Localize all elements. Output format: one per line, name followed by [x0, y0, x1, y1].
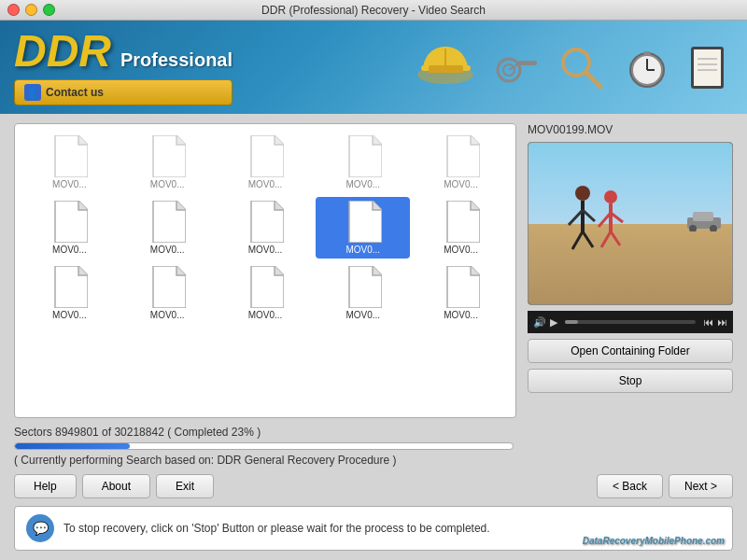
- preview-panel: MOV00199.MOV: [528, 123, 733, 418]
- list-item[interactable]: MOV0...: [218, 132, 313, 193]
- svg-point-25: [575, 186, 590, 201]
- file-label: MOV0...: [248, 245, 283, 255]
- content-area: MOV0... MOV0... MOV0...: [14, 123, 733, 418]
- file-grid-container: MOV0... MOV0... MOV0...: [14, 123, 516, 418]
- list-item[interactable]: MOV0...: [22, 132, 117, 193]
- list-item[interactable]: MOV0...: [218, 262, 313, 324]
- file-icon: [50, 135, 88, 177]
- runners-svg: [559, 180, 643, 264]
- file-icon: [443, 201, 480, 243]
- svg-line-8: [585, 72, 600, 87]
- notebook-icon: [686, 42, 728, 93]
- video-progress-bar[interactable]: [565, 320, 696, 324]
- svg-rect-13: [643, 51, 651, 55]
- stopwatch-icon: [621, 42, 672, 93]
- volume-icon[interactable]: 🔊: [533, 316, 546, 329]
- svg-line-23: [601, 231, 611, 247]
- watermark: DataRecoveryMobilePhone.com: [583, 536, 725, 546]
- list-item[interactable]: MOV0...: [22, 262, 117, 324]
- file-icon: [443, 135, 480, 177]
- file-label: MOV0...: [248, 179, 283, 189]
- close-button[interactable]: [7, 4, 20, 16]
- info-icon: 💬: [26, 514, 54, 542]
- list-item[interactable]: MOV0...: [120, 132, 215, 193]
- header: DDR Professional 👤 Contact us: [0, 21, 747, 114]
- contact-us-button[interactable]: 👤 Contact us: [14, 79, 233, 105]
- file-icon: [345, 201, 382, 243]
- svg-rect-32: [693, 212, 713, 221]
- back-button[interactable]: < Back: [597, 474, 663, 498]
- play-icon[interactable]: ▶: [550, 316, 557, 329]
- car-svg: [685, 208, 723, 231]
- stop-button[interactable]: Stop: [528, 369, 733, 393]
- progress-section: Sectors 8949801 of 30218842 ( Completed …: [14, 426, 733, 467]
- next-button[interactable]: Next >: [669, 474, 733, 498]
- search-info-label: ( Currently performing Search based on: …: [14, 454, 733, 467]
- bottom-buttons: Help About Exit < Back Next >: [14, 474, 733, 498]
- logo-area: DDR Professional 👤 Contact us: [14, 29, 233, 105]
- file-icon: [345, 135, 382, 177]
- fastforward-icon[interactable]: ⏭: [717, 316, 727, 328]
- svg-line-29: [572, 231, 583, 249]
- svg-line-27: [569, 210, 583, 225]
- tools-icon: [490, 42, 542, 93]
- list-item[interactable]: MOV0...: [120, 197, 215, 259]
- video-controls: 🔊 ▶ ⏮ ⏭: [528, 311, 733, 333]
- file-icon: [443, 266, 480, 308]
- file-icon: [247, 135, 284, 177]
- file-label: MOV0...: [52, 245, 87, 255]
- list-item[interactable]: MOV0...: [22, 197, 117, 259]
- video-progress-fill: [565, 320, 578, 324]
- runner-scene: [529, 143, 732, 304]
- main-content: MOV0... MOV0... MOV0...: [0, 114, 747, 560]
- preview-filename: MOV00199.MOV: [528, 123, 733, 136]
- file-grid: MOV0... MOV0... MOV0...: [22, 132, 508, 324]
- file-label: MOV0...: [52, 310, 87, 320]
- file-icon: [247, 201, 284, 243]
- list-item[interactable]: MOV0...: [414, 132, 508, 193]
- video-preview: [528, 142, 733, 305]
- file-label: MOV0...: [52, 179, 87, 189]
- logo-professional: Professional: [120, 49, 233, 71]
- progress-bar-container: [14, 442, 514, 450]
- svg-rect-2: [429, 65, 463, 73]
- file-label: MOV0...: [248, 310, 283, 320]
- file-label: MOV0...: [150, 310, 185, 320]
- file-label: MOV0...: [150, 245, 185, 255]
- list-item[interactable]: MOV0...: [316, 262, 410, 324]
- list-item[interactable]: MOV0...: [414, 262, 508, 324]
- list-item[interactable]: MOV0...: [316, 132, 410, 193]
- minimize-button[interactable]: [25, 4, 37, 16]
- file-label: MOV0...: [444, 179, 478, 189]
- list-item[interactable]: MOV0...: [414, 197, 508, 259]
- open-containing-folder-button[interactable]: Open Containing Folder: [528, 339, 733, 363]
- file-icon: [247, 266, 284, 308]
- header-icons: [416, 21, 747, 114]
- info-bar: 💬 To stop recovery, click on 'Stop' Butt…: [14, 506, 733, 551]
- maximize-button[interactable]: [43, 4, 55, 16]
- contact-icon: 👤: [24, 84, 41, 101]
- svg-rect-5: [518, 61, 537, 65]
- file-icon: [50, 266, 88, 308]
- svg-rect-15: [694, 49, 721, 86]
- file-icon: [50, 201, 88, 243]
- list-item[interactable]: MOV0...: [120, 262, 215, 324]
- file-label: MOV0...: [444, 245, 478, 255]
- file-icon: [148, 135, 186, 177]
- list-item[interactable]: MOV0...: [218, 197, 313, 259]
- file-icon: [148, 201, 186, 243]
- file-label: MOV0...: [444, 310, 478, 320]
- rewind-icon[interactable]: ⏮: [703, 316, 713, 328]
- file-icon: [148, 266, 186, 308]
- info-message: To stop recovery, click on 'Stop' Button…: [63, 522, 490, 535]
- window-title: DDR (Professional) Recovery - Video Sear…: [261, 4, 486, 17]
- list-item[interactable]: MOV0...: [316, 197, 410, 259]
- title-bar: DDR (Professional) Recovery - Video Sear…: [0, 0, 747, 21]
- about-button[interactable]: About: [82, 474, 150, 498]
- help-button[interactable]: Help: [14, 474, 77, 498]
- svg-line-24: [611, 231, 620, 245]
- exit-button[interactable]: Exit: [156, 474, 214, 498]
- file-label: MOV0...: [150, 179, 185, 189]
- progress-label: Sectors 8949801 of 30218842 ( Completed …: [14, 426, 261, 439]
- file-icon: [345, 266, 382, 308]
